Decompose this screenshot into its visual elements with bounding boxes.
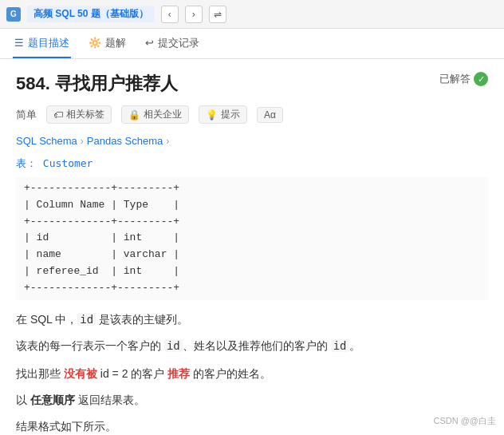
lock-icon: 🔒: [128, 109, 140, 121]
schema-code-block: +-------------+---------+ | Column Name …: [16, 177, 488, 300]
schema-nav: SQL Schema › Pandas Schema ›: [16, 135, 488, 147]
sql-schema-chevron: ›: [81, 136, 84, 147]
tab-solution-label: 题解: [105, 36, 126, 50]
tags-row: 简单 🏷 相关标签 🔒 相关企业 💡 提示 Aα: [16, 105, 488, 124]
description-line-1: 在 SQL 中，id 是该表的主键列。: [16, 310, 488, 330]
related-companies-button[interactable]: 🔒 相关企业: [121, 105, 189, 124]
related-tags-button[interactable]: 🏷 相关标签: [46, 105, 112, 124]
table-label: 表： Customer: [16, 156, 488, 171]
description-icon: ☰: [14, 37, 24, 49]
main-content: 584. 寻找用户推荐人 已解答 ✓ 简单 🏷 相关标签 🔒 相关企业 💡 提示…: [0, 59, 504, 435]
font-size-label: Aα: [264, 109, 276, 121]
related-companies-label: 相关企业: [144, 108, 182, 121]
sql-schema-link[interactable]: SQL Schema: [16, 135, 77, 147]
pandas-schema-link[interactable]: Pandas Schema: [87, 135, 163, 147]
tag-icon: 🏷: [53, 109, 63, 121]
tab-submissions-label: 提交记录: [158, 36, 199, 50]
hint-icon: 💡: [206, 109, 218, 121]
hints-button[interactable]: 💡 提示: [199, 105, 247, 124]
tab-description[interactable]: ☰ 题目描述: [13, 29, 71, 58]
title-bar: G 高频 SQL 50 题（基础版） ‹ › ⇌: [0, 0, 504, 29]
description-line-2: 该表的每一行表示一个客户的 id、姓名以及推荐他们的客户的 id。: [16, 336, 488, 356]
problem-header: 584. 寻找用户推荐人 已解答 ✓: [16, 72, 488, 96]
pandas-schema-chevron: ›: [166, 136, 169, 147]
app-icon: G: [6, 7, 21, 22]
solved-label: 已解答: [439, 72, 471, 86]
return-label: 以 任意顺序 返回结果表。: [16, 390, 488, 410]
submissions-icon: ↩: [145, 37, 154, 49]
id-code: id: [77, 313, 96, 326]
highlight-no-referred: 没有被: [64, 367, 97, 380]
solved-check-icon: ✓: [474, 72, 488, 86]
nav-shuffle-button[interactable]: ⇌: [209, 6, 226, 23]
tab-submissions[interactable]: ↩ 提交记录: [144, 29, 201, 58]
any-order-label: 任意顺序: [30, 393, 75, 406]
collection-tag: 高频 SQL 50 题（基础版）: [27, 6, 155, 22]
id-code-2: id: [164, 339, 183, 352]
id-code-3: id: [331, 339, 349, 352]
nav-prev-button[interactable]: ‹: [161, 6, 179, 23]
related-tags-label: 相关标签: [66, 108, 104, 121]
tab-solution[interactable]: 🔆 题解: [87, 29, 128, 58]
table-name: Customer: [43, 157, 93, 169]
difficulty-tag: 简单: [16, 108, 37, 122]
format-label: 结果格式如下所示。: [16, 417, 488, 435]
solution-icon: 🔆: [89, 37, 101, 49]
solved-badge: 已解答 ✓: [439, 72, 488, 86]
tab-description-label: 题目描述: [28, 36, 69, 50]
font-size-button[interactable]: Aα: [257, 107, 283, 123]
problem-title: 584. 寻找用户推荐人: [16, 72, 178, 96]
nav-next-button[interactable]: ›: [185, 6, 203, 23]
watermark: CSDN @@白圭: [433, 415, 496, 427]
question-text: 找出那些 没有被 id = 2 的客户 推荐 的客户的姓名。: [16, 364, 488, 384]
hints-label: 提示: [221, 108, 240, 121]
highlight-referred: 推荐: [167, 367, 190, 380]
tabs-bar: ☰ 题目描述 🔆 题解 ↩ 提交记录: [0, 29, 504, 59]
